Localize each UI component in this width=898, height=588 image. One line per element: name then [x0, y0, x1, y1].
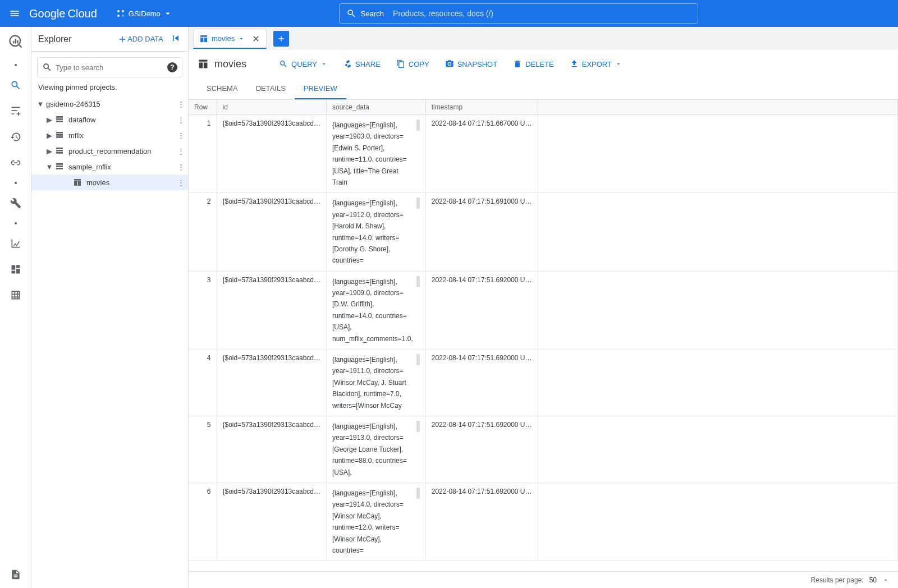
dataset-icon	[55, 146, 65, 155]
kebab-icon[interactable]: ⋮	[177, 163, 185, 171]
kebab-icon[interactable]: ⋮	[177, 131, 185, 140]
results-per-page-value[interactable]: 50	[869, 576, 877, 584]
search-icon	[279, 59, 288, 68]
help-icon[interactable]: ?	[167, 62, 177, 72]
main-area: movies movies QUERY SHARE	[189, 27, 898, 588]
cell-source-data: {languages=[English], year=1912.0, direc…	[327, 193, 426, 271]
table-row[interactable]: 6{$oid=573a1390f29313caabcd…{languages=[…	[189, 483, 898, 561]
explorer-title: Explorer	[38, 34, 72, 44]
explorer-search[interactable]: ?	[37, 57, 182, 77]
cell-row: 3	[189, 271, 217, 349]
explorer-panel: Explorer ADD DATA ? Viewing pinned proje…	[31, 27, 189, 588]
cell-blank	[538, 483, 897, 561]
rail-notes-icon[interactable]	[9, 568, 22, 581]
table-icon	[73, 178, 83, 187]
chevron-down-icon	[320, 61, 327, 67]
cell-row: 5	[189, 416, 217, 483]
chevron-down-icon[interactable]	[882, 577, 889, 584]
chevron-down-icon[interactable]	[238, 35, 245, 42]
close-icon[interactable]	[251, 34, 260, 43]
hamburger-icon[interactable]	[4, 3, 25, 24]
rail-link-icon[interactable]	[9, 156, 22, 169]
tree-label: gsidemo-246315	[46, 100, 177, 108]
collapse-panel-icon[interactable]	[170, 33, 181, 45]
col-row[interactable]: Row	[189, 100, 217, 115]
rail-dashboard-icon[interactable]	[9, 263, 22, 276]
rail-search-icon[interactable]	[9, 79, 22, 92]
table-row[interactable]: 2{$oid=573a1390f29313caabcd…{languages=[…	[189, 193, 898, 271]
table-row[interactable]: 3{$oid=573a1390f29313caabcd…{languages=[…	[189, 271, 898, 349]
tree-label: dataflow	[68, 116, 177, 124]
tab-movies[interactable]: movies	[193, 29, 267, 49]
expand-icon[interactable]: ▼	[35, 100, 46, 108]
explorer-search-input[interactable]	[56, 63, 167, 72]
project-name: GSIDemo	[129, 10, 161, 18]
delete-button[interactable]: DELETE	[513, 59, 554, 68]
resize-handle[interactable]	[416, 276, 420, 287]
snapshot-button[interactable]: SNAPSHOT	[445, 59, 498, 68]
table-row[interactable]: 1{$oid=573a1390f29313caabcd…{languages=[…	[189, 115, 898, 193]
cell-source-data: {languages=[English], year=1911.0, direc…	[327, 350, 426, 416]
delete-icon	[513, 59, 522, 68]
export-icon	[570, 59, 579, 68]
search-box[interactable]: Search	[339, 3, 698, 24]
tree-item-sample_mflix[interactable]: ▼sample_mflix⋮	[31, 159, 188, 174]
search-input[interactable]	[393, 9, 691, 18]
resize-handle[interactable]	[416, 120, 420, 131]
rail-wrench-icon[interactable]	[9, 196, 22, 210]
tabstrip: movies	[189, 27, 898, 49]
rail-settings-icon[interactable]	[9, 104, 22, 118]
rail-dot-3	[15, 222, 17, 224]
expand-icon[interactable]: ▶	[44, 147, 55, 155]
new-tab-button[interactable]	[273, 31, 289, 47]
tab-preview[interactable]: PREVIEW	[295, 79, 346, 99]
resize-handle[interactable]	[416, 488, 420, 499]
tab-details[interactable]: DETAILS	[247, 79, 295, 99]
svg-point-2	[117, 15, 120, 17]
rail-history-icon[interactable]	[9, 130, 22, 144]
rail-analytics-icon[interactable]	[9, 237, 22, 250]
table-icon	[199, 34, 208, 43]
cell-source-data: {languages=[English], year=1914.0, direc…	[327, 483, 426, 561]
table-row[interactable]: 4{$oid=573a1390f29313caabcd…{languages=[…	[189, 350, 898, 416]
cell-id: {$oid=573a1390f29313caabcd…	[217, 416, 327, 483]
add-data-button[interactable]: ADD DATA	[117, 34, 163, 44]
grid-wrap[interactable]: Row id source_data timestamp 1{$oid=573a…	[189, 100, 898, 571]
col-id[interactable]: id	[217, 100, 327, 115]
col-source[interactable]: source_data	[327, 100, 426, 115]
tab-schema[interactable]: SCHEMA	[198, 79, 247, 99]
tree-item-movies[interactable]: movies⋮	[31, 174, 188, 190]
export-button[interactable]: EXPORT	[570, 59, 622, 68]
bigquery-icon[interactable]	[6, 31, 26, 52]
rail-grid-icon[interactable]	[9, 288, 22, 302]
query-button[interactable]: QUERY	[279, 59, 327, 68]
tree-item-dataflow[interactable]: ▶dataflow⋮	[31, 112, 188, 127]
data-grid: Row id source_data timestamp 1{$oid=573a…	[189, 100, 898, 561]
kebab-icon[interactable]: ⋮	[177, 100, 185, 108]
expand-icon[interactable]: ▼	[44, 163, 55, 171]
project-picker[interactable]: GSIDemo	[111, 5, 182, 22]
expand-icon[interactable]: ▶	[44, 116, 55, 124]
tree-item-product_recommendation[interactable]: ▶product_recommendation⋮	[31, 143, 188, 159]
resize-handle[interactable]	[416, 421, 420, 432]
kebab-icon[interactable]: ⋮	[177, 178, 185, 187]
cell-blank	[538, 350, 897, 416]
copy-button[interactable]: COPY	[396, 59, 429, 68]
col-timestamp[interactable]: timestamp	[425, 100, 538, 115]
svg-point-0	[117, 10, 120, 12]
share-button[interactable]: SHARE	[343, 59, 381, 68]
table-row[interactable]: 5{$oid=573a1390f29313caabcd…{languages=[…	[189, 416, 898, 483]
col-blank	[538, 100, 897, 115]
resize-handle[interactable]	[416, 197, 420, 209]
tree-label: mflix	[68, 131, 177, 140]
cell-row: 6	[189, 483, 217, 561]
cell-timestamp: 2022-08-14 07:17:51.692000 U…	[425, 483, 538, 561]
tree-item-mflix[interactable]: ▶mflix⋮	[31, 127, 188, 143]
resize-handle[interactable]	[416, 354, 420, 365]
expand-icon[interactable]: ▶	[44, 131, 55, 140]
kebab-icon[interactable]: ⋮	[177, 116, 185, 124]
logo[interactable]: Google Cloud	[29, 7, 97, 20]
tree-item-gsidemo-246315[interactable]: ▼gsidemo-246315⋮	[31, 96, 188, 112]
cell-row: 2	[189, 193, 217, 271]
kebab-icon[interactable]: ⋮	[177, 147, 185, 155]
